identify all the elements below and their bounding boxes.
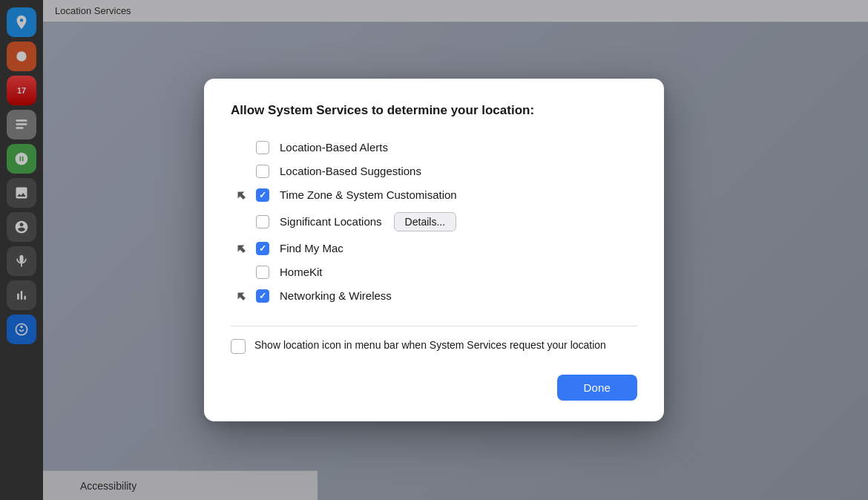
timezone-checkbox[interactable] — [256, 188, 269, 202]
checkbox-wrap — [251, 141, 274, 154]
checkbox-wrap — [251, 188, 274, 202]
checkbox-wrap — [251, 266, 274, 279]
find-my-mac-checkbox[interactable] — [256, 242, 269, 255]
significant-locations-checkbox[interactable] — [256, 215, 269, 228]
location-alerts-checkbox[interactable] — [256, 141, 269, 154]
networking-wireless-checkbox[interactable] — [256, 289, 269, 303]
done-button[interactable]: Done — [557, 375, 637, 401]
checkbox-wrap — [251, 289, 274, 303]
arrow-icon-find-my-mac — [231, 243, 251, 254]
items-list: Location-Based Alerts Location-Based Sug… — [231, 136, 637, 308]
significant-locations-label: Significant Locations — [280, 215, 382, 228]
details-button[interactable]: Details... — [394, 212, 456, 231]
list-item: Time Zone & System Customisation — [231, 183, 637, 207]
footer-checkbox[interactable] — [231, 339, 246, 354]
find-my-mac-label: Find My Mac — [280, 242, 343, 254]
footer-label: Show location icon in menu bar when Syst… — [254, 338, 606, 353]
modal-title: Allow System Services to determine your … — [231, 102, 637, 119]
location-alerts-label: Location-Based Alerts — [280, 141, 388, 154]
homekit-checkbox[interactable] — [256, 266, 269, 279]
checkbox-wrap — [251, 242, 274, 255]
location-suggestions-checkbox[interactable] — [256, 165, 269, 178]
timezone-label: Time Zone & System Customisation — [280, 188, 457, 201]
location-suggestions-label: Location-Based Suggestions — [280, 165, 421, 177]
checkbox-wrap — [251, 215, 274, 228]
divider — [231, 326, 637, 326]
arrow-icon-timezone — [231, 190, 251, 200]
list-item: Location-Based Alerts — [231, 136, 637, 159]
networking-wireless-label: Networking & Wireless — [280, 289, 392, 302]
list-item: Networking & Wireless — [231, 284, 637, 308]
arrow-icon-networking — [231, 291, 251, 301]
list-item: Location-Based Suggestions — [231, 159, 637, 183]
checkbox-wrap — [251, 165, 274, 178]
done-button-wrap: Done — [231, 375, 637, 401]
modal-dialog: Allow System Services to determine your … — [204, 79, 664, 421]
list-item: HomeKit — [231, 260, 637, 284]
list-item: Significant Locations Details... — [231, 207, 637, 237]
footer-checkbox-row: Show location icon in menu bar when Syst… — [231, 338, 637, 354]
modal-overlay: Allow System Services to determine your … — [0, 0, 868, 500]
list-item: Find My Mac — [231, 237, 637, 260]
homekit-label: HomeKit — [280, 266, 323, 278]
